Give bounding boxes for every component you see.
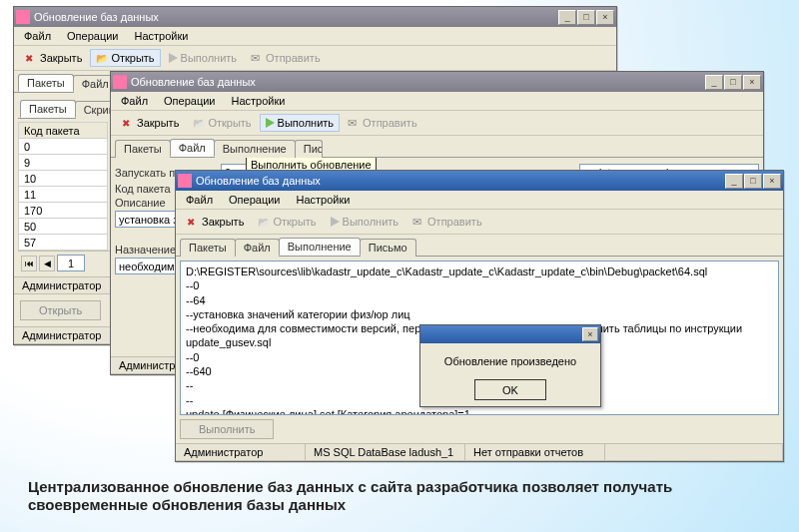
minimize-button[interactable]: _ — [705, 75, 723, 90]
table-row[interactable]: 170 — [19, 203, 108, 219]
close-button[interactable]: Закрыть — [19, 49, 88, 67]
open-btn[interactable]: Открыть — [20, 300, 101, 320]
pager-prev[interactable]: ◀ — [39, 256, 55, 271]
window-title: Обновление баз данных — [34, 11, 558, 23]
run-label: Выполнить — [181, 52, 237, 64]
subtab-packets[interactable]: Пакеты — [20, 100, 76, 118]
send-label: Отправить — [363, 117, 417, 129]
minimize-button[interactable]: _ — [725, 174, 743, 189]
pager-page[interactable] — [57, 255, 85, 271]
close-icon — [187, 216, 199, 228]
open-button[interactable]: Открыть — [187, 114, 257, 132]
send-button[interactable]: Отправить — [342, 114, 423, 132]
close-icon — [122, 117, 134, 129]
toolbar: Закрыть Открыть Выполнить Отправить — [176, 210, 783, 235]
close-icon — [25, 52, 37, 64]
tab-exec[interactable]: Выполнение — [279, 238, 361, 256]
dialog-message: Обновление произведено — [432, 355, 588, 367]
status-reports: Нет отправки отчетов — [465, 444, 605, 461]
titlebar[interactable]: Обновление баз данных _ □ × — [111, 72, 763, 92]
play-icon — [266, 118, 275, 128]
message-dialog: × Обновление произведено OK — [419, 324, 601, 407]
menu-operations[interactable]: Операции — [227, 193, 282, 207]
titlebar[interactable]: Обновление баз данных _ □ × — [14, 7, 616, 27]
mail-icon — [348, 117, 360, 129]
tab-letter[interactable]: Письмо — [360, 239, 416, 257]
app-icon — [16, 10, 30, 24]
tab-packets[interactable]: Пакеты — [18, 74, 74, 92]
close-window-button[interactable]: × — [743, 75, 761, 90]
run-label: Выполнить — [343, 216, 399, 228]
tab-packets[interactable]: Пакеты — [115, 140, 171, 158]
open-button[interactable]: Открыть — [252, 213, 322, 231]
packet-table[interactable]: Код пакета 0 9 10 11 170 50 57 — [18, 122, 108, 251]
open-label: Открыть — [273, 216, 316, 228]
close-label: Закрыть — [202, 216, 244, 228]
menu-settings[interactable]: Настройки — [295, 193, 353, 207]
mail-icon — [251, 52, 263, 64]
maximize-button[interactable]: □ — [577, 10, 595, 25]
run-btn[interactable]: Выполнить — [180, 419, 274, 439]
menu-settings[interactable]: Настройки — [230, 94, 288, 108]
window-title: Обновление баз данных — [196, 175, 725, 187]
minimize-button[interactable]: _ — [558, 10, 576, 25]
close-window-button[interactable]: × — [596, 10, 614, 25]
table-row[interactable]: 11 — [19, 187, 108, 203]
pager-first[interactable]: ⏮ — [21, 256, 37, 271]
tab-file[interactable]: Файл — [235, 239, 280, 257]
close-button[interactable]: Закрыть — [116, 114, 185, 132]
maximize-button[interactable]: □ — [744, 174, 762, 189]
menubar: Файл Операции Настройки — [176, 191, 783, 210]
open-button[interactable]: Открыть — [90, 49, 160, 67]
mail-icon — [412, 216, 424, 228]
titlebar[interactable]: Обновление баз данных _ □ × — [176, 171, 783, 191]
table-row[interactable]: 50 — [19, 219, 108, 235]
menu-operations[interactable]: Операции — [65, 29, 120, 43]
close-label: Закрыть — [40, 52, 82, 64]
dialog-titlebar[interactable]: × — [420, 325, 600, 343]
open-label: Открыть — [208, 117, 251, 129]
statusbar: Администратор MS SQL DataBase ladush_1 Н… — [176, 443, 783, 461]
run-button[interactable]: Выполнить — [163, 49, 243, 67]
send-button[interactable]: Отправить — [406, 213, 488, 231]
ok-button[interactable]: OK — [474, 379, 546, 400]
close-button[interactable]: Закрыть — [181, 213, 250, 231]
slide-caption: Централизованное обновление баз данных с… — [28, 478, 739, 514]
menu-settings[interactable]: Настройки — [133, 29, 191, 43]
tab-letter[interactable]: Письмо — [295, 140, 323, 158]
menu-file[interactable]: Файл — [22, 29, 53, 43]
play-icon — [331, 217, 340, 227]
tab-packets[interactable]: Пакеты — [180, 239, 236, 257]
menubar: Файл Операции Настройки — [14, 27, 616, 46]
send-button[interactable]: Отправить — [245, 49, 327, 67]
run-button[interactable]: Выполнить — [325, 213, 404, 231]
menu-file[interactable]: Файл — [119, 94, 150, 108]
folder-open-icon — [258, 216, 270, 228]
status-user: Администратор — [176, 444, 306, 461]
app-icon — [113, 75, 127, 89]
maximize-button[interactable]: □ — [724, 75, 742, 90]
run-label: Выполнить — [278, 117, 334, 129]
menu-file[interactable]: Файл — [184, 193, 215, 207]
toolbar: Закрыть Открыть Выполнить Отправить — [111, 111, 763, 136]
play-icon — [169, 53, 178, 63]
tabbar: Пакеты Файл Выполнение Письмо — [176, 235, 783, 257]
tab-exec[interactable]: Выполнение — [214, 140, 296, 158]
tabbar: Пакеты Файл Выполнение Письмо — [111, 136, 763, 158]
table-row[interactable]: 10 — [19, 171, 108, 187]
menu-operations[interactable]: Операции — [162, 94, 217, 108]
table-row[interactable]: 0 — [19, 139, 108, 155]
dialog-close-button[interactable]: × — [582, 327, 598, 341]
table-row[interactable]: 57 — [19, 235, 108, 251]
run-button[interactable]: Выполнить — [260, 114, 340, 132]
app-icon — [178, 174, 192, 188]
table-row[interactable]: 9 — [19, 155, 108, 171]
status-db: MS SQL DataBase ladush_1 — [306, 444, 465, 461]
tab-file[interactable]: Файл — [170, 139, 215, 157]
close-window-button[interactable]: × — [763, 174, 781, 189]
send-label: Отправить — [427, 216, 482, 228]
folder-open-icon — [193, 117, 205, 129]
open-label: Открыть — [111, 52, 154, 64]
col-packet-code[interactable]: Код пакета — [19, 123, 108, 139]
window-3: Обновление баз данных _ □ × Файл Операци… — [175, 170, 784, 462]
